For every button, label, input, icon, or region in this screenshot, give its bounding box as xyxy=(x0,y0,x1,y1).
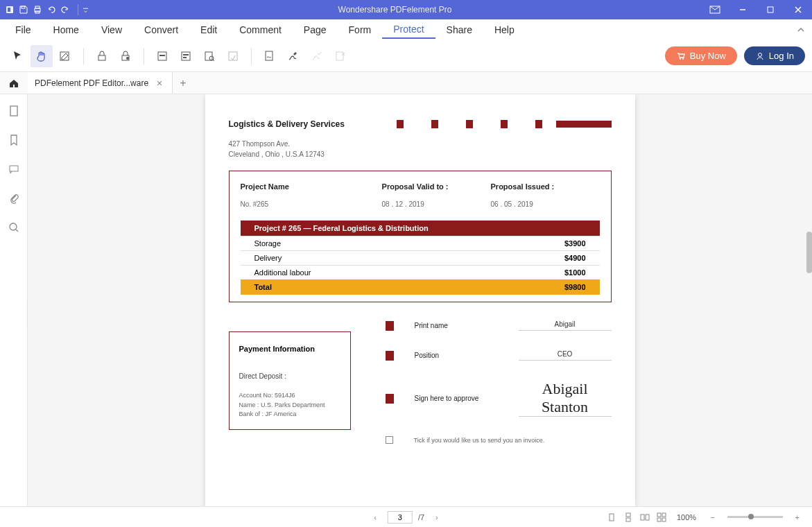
quick-dropdown-icon[interactable] xyxy=(78,4,89,15)
next-page-icon[interactable]: › xyxy=(430,512,444,523)
page-number-input[interactable] xyxy=(388,511,413,524)
minimize-button[interactable] xyxy=(729,0,757,19)
select-tool-icon[interactable] xyxy=(7,45,29,67)
save-icon[interactable] xyxy=(18,4,29,15)
svg-rect-15 xyxy=(182,52,190,60)
sign-document-icon[interactable] xyxy=(259,45,281,67)
two-page-icon[interactable] xyxy=(638,510,652,524)
svg-rect-37 xyxy=(662,513,666,517)
sign-pen-icon[interactable] xyxy=(282,45,304,67)
svg-rect-8 xyxy=(768,7,773,12)
payment-info-box: Payment Information Direct Deposit : Acc… xyxy=(229,331,351,430)
svg-line-20 xyxy=(213,60,214,61)
login-label: Log In xyxy=(769,51,794,61)
val-issued: 06 . 05 . 2019 xyxy=(491,200,600,208)
svg-rect-36 xyxy=(657,513,661,517)
validate-sign-icon[interactable] xyxy=(306,45,328,67)
single-page-icon[interactable] xyxy=(605,510,619,524)
redact-mark-icon[interactable] xyxy=(151,45,173,67)
close-button[interactable] xyxy=(784,0,812,19)
document-viewport[interactable]: Logistics & Delivery Services 427 Thomps… xyxy=(28,94,812,506)
permissions-icon[interactable] xyxy=(114,45,137,67)
table-row: Delivery$4900 xyxy=(241,250,600,265)
app-logo-icon xyxy=(4,4,15,15)
page-total: /7 xyxy=(418,513,424,521)
menu-comment[interactable]: Comment xyxy=(228,21,293,38)
project-box: Project Name Proposal Valid to : Proposa… xyxy=(229,171,612,302)
svg-rect-33 xyxy=(626,518,630,521)
svg-rect-32 xyxy=(626,513,630,517)
svg-rect-39 xyxy=(662,518,666,521)
zoom-slider[interactable] xyxy=(727,516,783,518)
close-tab-icon[interactable]: × xyxy=(154,78,165,89)
status-bar: ‹ /7 › 100% − + xyxy=(0,506,812,527)
scrollbar-thumb[interactable] xyxy=(806,232,812,273)
maximize-button[interactable] xyxy=(757,0,784,19)
continuous-page-icon[interactable] xyxy=(621,510,635,524)
login-button[interactable]: Log In xyxy=(744,46,805,65)
position-value: CEO xyxy=(519,350,612,361)
payment-subtitle: Direct Deposit : xyxy=(239,372,340,380)
print-icon[interactable] xyxy=(32,4,43,15)
menu-help[interactable]: Help xyxy=(483,21,526,38)
zoom-in-icon[interactable]: + xyxy=(790,512,805,523)
svg-rect-38 xyxy=(657,518,661,521)
tab-bar: PDFelement PDF Editor...ware × + xyxy=(0,72,812,94)
password-icon[interactable] xyxy=(91,45,113,67)
toolbar: Buy Now Log In xyxy=(0,40,812,72)
menu-share[interactable]: Share xyxy=(435,21,483,38)
svg-rect-31 xyxy=(610,514,614,521)
attachments-icon[interactable] xyxy=(6,190,22,207)
svg-rect-17 xyxy=(183,57,187,58)
thumbnails-icon[interactable] xyxy=(6,103,22,119)
invoice-checkbox[interactable] xyxy=(386,436,393,444)
invoice-tick-label: Tick if you would like us to send you an… xyxy=(414,437,545,444)
col-project-name: Project Name xyxy=(241,182,382,191)
prev-page-icon[interactable]: ‹ xyxy=(368,512,382,523)
cart-icon xyxy=(676,51,686,61)
svg-rect-34 xyxy=(641,515,644,520)
menu-view[interactable]: View xyxy=(90,21,133,38)
buy-now-button[interactable]: Buy Now xyxy=(665,46,737,65)
menu-protect[interactable]: Protect xyxy=(382,21,435,39)
home-tab-icon[interactable] xyxy=(0,78,28,89)
menu-page[interactable]: Page xyxy=(293,21,338,38)
search-redact-icon[interactable] xyxy=(198,45,221,67)
menu-bar: File Home View Convert Edit Comment Page… xyxy=(0,19,812,40)
edit-tool-icon[interactable] xyxy=(54,45,76,67)
header-bar xyxy=(556,121,612,128)
svg-rect-2 xyxy=(21,6,25,8)
col-issued: Proposal Issued : xyxy=(491,182,600,191)
menu-home[interactable]: Home xyxy=(42,21,90,38)
clear-sign-icon[interactable] xyxy=(329,45,352,67)
payment-title: Payment Information xyxy=(239,345,340,353)
svg-rect-4 xyxy=(35,6,40,8)
zoom-out-icon[interactable]: − xyxy=(705,512,720,523)
svg-rect-16 xyxy=(183,54,189,55)
document-tab[interactable]: PDFelement PDF Editor...ware × xyxy=(28,72,173,94)
menu-form[interactable]: Form xyxy=(338,21,383,38)
add-tab-button[interactable]: + xyxy=(173,77,193,89)
company-name: Logistics & Delivery Services xyxy=(229,119,345,129)
comments-icon[interactable] xyxy=(6,161,22,178)
redact-apply-icon[interactable] xyxy=(175,45,197,67)
menu-file[interactable]: File xyxy=(4,21,42,38)
search-panel-icon[interactable] xyxy=(6,219,22,236)
menu-convert[interactable]: Convert xyxy=(133,21,189,38)
redact-properties-icon[interactable] xyxy=(222,45,244,67)
collapse-ribbon-icon[interactable] xyxy=(797,26,805,34)
hand-tool-icon[interactable] xyxy=(31,45,53,67)
cost-table: Project # 265 — Federal Logistics & Dist… xyxy=(241,221,600,295)
buy-now-label: Buy Now xyxy=(690,51,726,61)
table-row: Additional labour$1000 xyxy=(241,265,600,279)
redo-icon[interactable] xyxy=(60,4,71,15)
svg-point-29 xyxy=(10,223,17,230)
menu-edit[interactable]: Edit xyxy=(189,21,228,38)
col-valid-to: Proposal Valid to : xyxy=(382,182,491,191)
svg-rect-14 xyxy=(159,55,165,56)
table-header: Project # 265 — Federal Logistics & Dist… xyxy=(241,221,600,236)
two-page-continuous-icon[interactable] xyxy=(655,510,668,524)
bookmarks-icon[interactable] xyxy=(6,132,22,148)
mail-icon[interactable] xyxy=(701,0,729,19)
undo-icon[interactable] xyxy=(46,4,57,15)
